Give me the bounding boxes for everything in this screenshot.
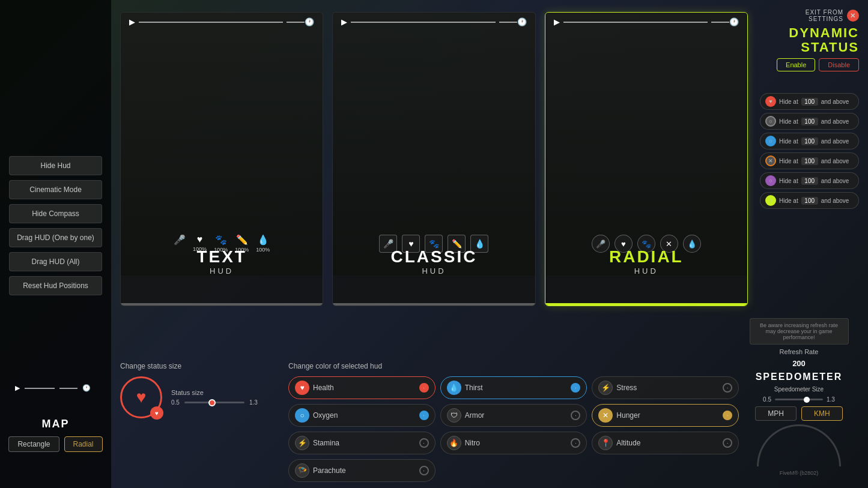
hide-at-icon-6: ○ <box>765 195 776 206</box>
classic-clock-icon: 🕐 <box>517 17 527 26</box>
altitude-left-dot: 📍 <box>598 436 613 450</box>
color-item-altitude[interactable]: 📍 Altitude · <box>592 432 739 454</box>
sidebar-btn-hide-compass[interactable]: Hide Compass <box>9 204 102 223</box>
hide-at-input-health[interactable] <box>801 98 818 106</box>
hide-at-input-4[interactable] <box>801 157 818 165</box>
stress-label: Stress <box>616 384 719 392</box>
hud-panel-classic[interactable]: ▶ 🕐 🎤 ♥ 🐾 ✏️ 💧 CLASSIC HUD <box>332 12 535 306</box>
kmh-button[interactable]: KMH <box>801 406 843 421</box>
text-signal-icon: ▶ <box>129 17 135 26</box>
radial-hud-bottom-bar <box>545 303 747 306</box>
classic-bar-line2 <box>499 22 517 23</box>
classic-hud-phonebar: ▶ 🕐 <box>333 13 535 31</box>
text-heart-symbol: ♥ <box>197 234 203 245</box>
color-item-parachute[interactable]: 🪂 Parachute · <box>288 459 436 482</box>
radial-clock-icon: 🕐 <box>729 17 739 26</box>
text-mic-symbol: 🎤 <box>174 234 186 246</box>
stamina-label: Stamina <box>313 439 416 447</box>
sidebar-bottom: ▶ 🕐 MAP Rectangle Radial <box>6 418 105 452</box>
sidebar-btn-drag-all[interactable]: Drag HUD (All) <box>9 252 102 271</box>
color-item-stress[interactable]: ⚡ Stress · <box>592 376 739 399</box>
hide-at-text-6: Hide at <box>779 197 798 204</box>
small-heart-preview: ♥ <box>150 406 163 420</box>
mph-button[interactable]: MPH <box>755 406 797 421</box>
map-buttons: Rectangle Radial <box>8 436 102 452</box>
hide-at-icon-5: ○ <box>765 175 776 186</box>
text-hud-title-area: TEXT HUD <box>121 247 323 276</box>
classic-hud-name: CLASSIC <box>391 247 478 267</box>
text-hud-name: TEXT <box>196 247 247 267</box>
exit-button[interactable]: ✕ <box>847 10 859 22</box>
top-right-panel: EXIT FROMSETTINGS ✕ DYNAMICSTATUS Enable… <box>777 9 859 71</box>
enable-button[interactable]: Enable <box>777 58 815 71</box>
map-btn-rectangle[interactable]: Rectangle <box>8 436 59 452</box>
hide-at-input-3[interactable] <box>801 137 818 145</box>
sidebar: Hide Hud Cinematic Mode Hide Compass Dra… <box>0 0 111 488</box>
disable-button[interactable]: Disable <box>819 58 859 71</box>
hide-at-row-health: ♥ Hide at and above <box>760 93 859 110</box>
hide-at-input-2[interactable] <box>801 118 818 125</box>
hide-at-input-5[interactable] <box>801 177 818 185</box>
hide-at-text-5: Hide at <box>779 178 798 184</box>
sidebar-btn-hide-hud[interactable]: Hide Hud <box>9 156 102 175</box>
minibar-line2 <box>59 388 77 389</box>
radial-bar-line2 <box>711 22 729 23</box>
parachute-label: Parachute <box>313 466 416 475</box>
color-item-hunger[interactable]: ✕ Hunger · <box>592 404 739 427</box>
map-btn-radial[interactable]: Radial <box>64 436 103 452</box>
speedometer-panel: Be aware increasing refresh rate may dec… <box>739 318 859 476</box>
speedometer-size-label: Speedometer Size <box>774 386 824 393</box>
classic-bar-line1 <box>351 22 495 23</box>
refresh-rate-value: 200 <box>792 359 806 368</box>
minibar-clock: 🕐 <box>82 384 91 392</box>
hide-at-above-3: and above <box>821 138 849 145</box>
color-item-thirst[interactable]: 💧 Thirst · <box>440 376 587 399</box>
color-item-stamina[interactable]: ⚡ Stamina · <box>288 432 436 454</box>
text-bar-line1 <box>139 22 283 23</box>
nitro-label: Nitro <box>465 439 568 447</box>
color-item-nitro[interactable]: 🔥 Nitro · <box>440 432 587 454</box>
refresh-warning: Be aware increasing refresh rate may dec… <box>750 318 849 345</box>
hide-at-above-5: and above <box>821 178 849 184</box>
armor-right-dot: · <box>571 411 580 420</box>
hide-at-row-6: ○ Hide at and above <box>760 192 859 209</box>
hud-panel-radial[interactable]: ▶ 🕐 🎤 ♥ 🐾 ✕ 💧 RADIAL HUD <box>545 12 748 306</box>
classic-signal-icon: ▶ <box>341 17 347 26</box>
color-section: Change color of selected hud ♥ Health · … <box>288 362 739 482</box>
status-size-preview: ♥ ♥ Status size 0.5 1.3 <box>120 376 276 418</box>
nitro-right-dot: · <box>571 438 580 448</box>
radial-hud-phonebar: ▶ 🕐 <box>545 13 747 31</box>
hide-at-row-3: ○ Hide at and above <box>760 133 859 149</box>
speedometer-slider[interactable] <box>775 399 823 400</box>
color-item-health[interactable]: ♥ Health · <box>288 376 436 399</box>
oxygen-left-dot: ○ <box>295 408 309 423</box>
text-paw-symbol: 🐾 <box>215 234 227 246</box>
bottom-settings-area: Change status size ♥ ♥ Status size 0.5 1… <box>120 362 739 482</box>
hide-at-panel: ♥ Hide at and above ○ Hide at and above … <box>760 93 859 209</box>
sidebar-btn-drag-one[interactable]: Drag HUD (One by one) <box>9 228 102 247</box>
speedometer-circle-visual <box>757 424 841 466</box>
oxygen-right-dot: · <box>419 411 429 420</box>
radial-hud-title-area: RADIAL HUD <box>545 247 747 276</box>
sidebar-btn-reset[interactable]: Reset Hud Positions <box>9 276 102 295</box>
sidebar-btn-cinematic[interactable]: Cinematic Mode <box>9 180 102 199</box>
hide-at-icon-health: ♥ <box>765 96 776 107</box>
spd-min: 0.5 <box>763 396 771 403</box>
health-label: Health <box>313 384 416 392</box>
hide-at-input-6[interactable] <box>801 197 818 205</box>
hide-at-above-4: and above <box>821 158 849 164</box>
hide-at-icon-2: ○ <box>765 116 776 127</box>
classic-hud-sub: HUD <box>422 267 446 276</box>
text-hud-sub: HUD <box>210 267 234 276</box>
color-item-oxygen[interactable]: ○ Oxygen · <box>288 404 436 427</box>
color-grid: ♥ Health · 💧 Thirst · ⚡ Stress · ○ Oxyge… <box>288 376 739 482</box>
hud-minibar: ▶ 🕐 <box>15 384 91 392</box>
refresh-rate-label: Refresh Rate <box>780 348 819 355</box>
hide-at-text-1: Hide at <box>779 98 798 105</box>
health-right-dot: · <box>419 383 429 393</box>
status-slider-track[interactable] <box>184 402 244 403</box>
color-item-armor[interactable]: 🛡 Armor · <box>440 404 587 427</box>
altitude-right-dot: · <box>723 438 732 448</box>
radial-hud-name: RADIAL <box>609 247 684 267</box>
hud-panel-text[interactable]: ▶ 🕐 🎤 ♥ 100% 🐾 100% ✏️ 100% 💧 <box>120 12 323 306</box>
